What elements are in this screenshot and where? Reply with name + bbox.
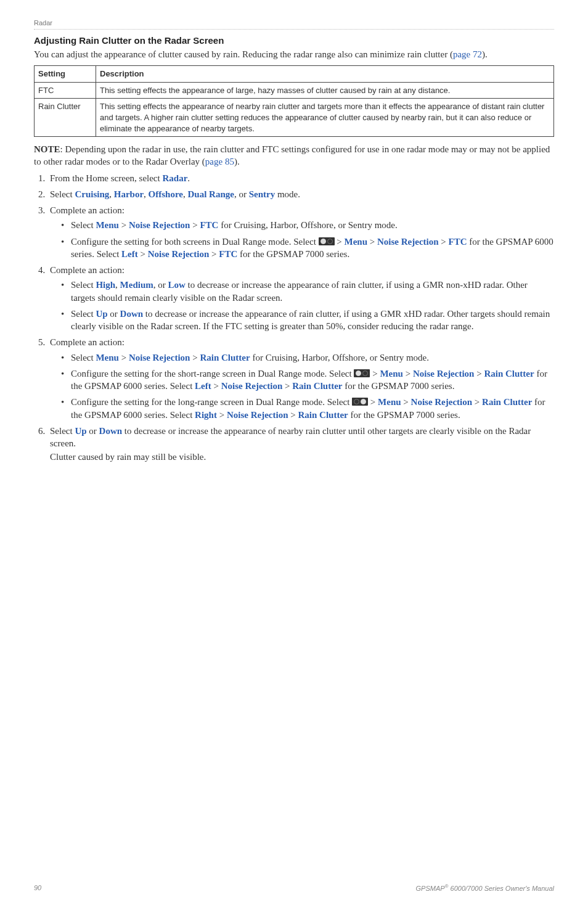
s3b2-a: Configure the setting for both screens i…	[71, 237, 319, 247]
s3b1-b: for Cruising, Harbor, Offshore, or Sentr…	[218, 220, 397, 230]
step3-bullet2: Configure the setting for both screens i…	[63, 235, 554, 261]
s5b3-gt2: >	[401, 397, 411, 407]
s3b1-a: Select	[71, 220, 96, 230]
cell-description: This setting effects the appearance of n…	[96, 99, 554, 137]
note-text-a: : Depending upon the radar in use, the r…	[34, 144, 550, 166]
s5b2-gt1: >	[370, 369, 380, 379]
s5b3-gt1: >	[368, 397, 378, 407]
s3b1-gt2: >	[190, 220, 200, 230]
s5b2-gt2: >	[403, 369, 413, 379]
step-3: Complete an action: Select Menu > Noise …	[47, 204, 554, 260]
step3-bullet1: Select Menu > Noise Rejection > FTC for …	[63, 219, 554, 231]
s5b1-nr: Noise Rejection	[129, 353, 190, 362]
s5b1-gt1: >	[119, 353, 129, 362]
s5b3-a: Configure the setting for the long-range…	[71, 397, 352, 407]
s4b2-or: or	[108, 309, 120, 319]
dual-range-right-icon	[352, 398, 368, 406]
step2-harbor: Harbor	[114, 189, 144, 199]
th-setting: Setting	[35, 66, 96, 83]
s4b2-b: to decrease or increase the appearance o…	[71, 309, 550, 331]
s4b1-a: Select	[71, 280, 96, 290]
s3b2-gt1: >	[335, 237, 345, 247]
step2-cruising: Cruising	[75, 189, 109, 199]
s3b2-nr2: Noise Rejection	[148, 249, 210, 259]
cell-setting: FTC	[35, 82, 96, 99]
s5b2-c: for the GPSMAP 7000 series.	[343, 381, 455, 391]
s3b2-c: for the GPSMAP 7000 series.	[237, 249, 349, 259]
step1-b: .	[187, 173, 190, 183]
intro-paragraph: You can adjust the appearance of clutter…	[34, 48, 554, 60]
th-description: Description	[96, 66, 554, 83]
s5b3-nr2: Noise Rejection	[227, 410, 288, 420]
s3b2-gt2: >	[367, 237, 377, 247]
s5b1-gt2: >	[190, 353, 200, 362]
s3b2-gt5: >	[209, 249, 219, 259]
s5b2-gt5: >	[282, 381, 292, 391]
step5-a: Complete an action:	[50, 337, 125, 347]
intro-text-b: ).	[482, 49, 488, 59]
step1-radar: Radar	[162, 173, 187, 183]
steps-list: From the Home screen, select Radar. Sele…	[34, 172, 554, 464]
s5b3-gt4: >	[217, 410, 227, 420]
s4b1-high: High	[96, 280, 115, 290]
s6-up: Up	[75, 426, 86, 436]
s4b2-down: Down	[120, 309, 144, 319]
s5b3-c: for the GPSMAP 7000 series.	[348, 410, 460, 420]
s5b2-gt4: >	[211, 381, 221, 391]
s3b2-left: Left	[121, 249, 138, 259]
step5-bullet1: Select Menu > Noise Rejection > Rain Clu…	[63, 351, 554, 364]
s6-or: or	[87, 426, 99, 436]
intro-text-a: You can adjust the appearance of clutter…	[34, 49, 453, 59]
s3b1-menu: Menu	[96, 220, 119, 230]
table-header-row: Setting Description	[35, 66, 554, 83]
step2-sentry: Sentry	[249, 189, 276, 199]
step-1: From the Home screen, select Radar.	[47, 172, 554, 184]
step-4: Complete an action: Select High, Medium,…	[47, 264, 554, 332]
note-text-b: ).	[234, 157, 240, 166]
s4b1-c2: , or	[153, 280, 168, 290]
step2-dual: Dual Range	[187, 189, 234, 199]
s3b2-menu: Menu	[345, 237, 368, 247]
s6-c: Clutter caused by rain may still be visi…	[50, 451, 554, 463]
s5b3-gt5: >	[288, 410, 298, 420]
step4-a: Complete an action:	[50, 265, 125, 275]
s5b2-menu: Menu	[380, 369, 403, 379]
note-label: NOTE	[34, 144, 60, 154]
step5-sublist: Select Menu > Noise Rejection > Rain Clu…	[50, 351, 554, 421]
step5-bullet2: Configure the setting for the short-rang…	[63, 367, 554, 393]
s3b2-ftc: FTC	[449, 237, 467, 247]
s4b2-up: Up	[96, 309, 107, 319]
s3b1-gt1: >	[119, 220, 129, 230]
s5b2-rc2: Rain Clutter	[292, 381, 342, 391]
s4b1-c1: ,	[115, 280, 120, 290]
cell-setting: Rain Clutter	[35, 99, 96, 137]
intro-link[interactable]: page 72	[453, 49, 482, 59]
note-paragraph: NOTE: Depending upon the radar in use, t…	[34, 143, 554, 168]
note-link[interactable]: page 85	[205, 157, 234, 166]
s3b1-ftc: FTC	[200, 220, 218, 230]
step2-b: mode.	[275, 189, 300, 199]
s5b1-rc: Rain Clutter	[200, 353, 250, 362]
step1-a: From the Home screen, select	[50, 173, 162, 183]
s5b2-nr: Noise Rejection	[413, 369, 475, 379]
s4b2-a: Select	[71, 309, 96, 319]
step4-sublist: Select High, Medium, or Low to decrease …	[50, 279, 554, 332]
s5b3-menu: Menu	[378, 397, 401, 407]
dual-range-left-icon	[354, 369, 370, 377]
s5b1-menu: Menu	[96, 353, 119, 362]
s5b3-rc2: Rain Clutter	[298, 410, 348, 420]
step-2: Select Cruising, Harbor, Offshore, Dual …	[47, 188, 554, 200]
s5b2-rc: Rain Clutter	[484, 369, 534, 379]
s6-b: to decrease or increase the appearance o…	[50, 426, 531, 448]
s4b1-medium: Medium	[120, 280, 153, 290]
s5b3-right: Right	[195, 410, 217, 420]
s6-a: Select	[50, 426, 75, 436]
s3b1-nr: Noise Rejection	[129, 220, 190, 230]
s5b3-rc: Rain Clutter	[482, 397, 532, 407]
s4b1-low: Low	[168, 280, 186, 290]
s5b1-a: Select	[71, 353, 96, 362]
step2-a: Select	[50, 189, 75, 199]
step4-bullet1: Select High, Medium, or Low to decrease …	[63, 279, 554, 304]
step2-or: , or	[234, 189, 249, 199]
s5b2-a: Configure the setting for the short-rang…	[71, 369, 354, 379]
